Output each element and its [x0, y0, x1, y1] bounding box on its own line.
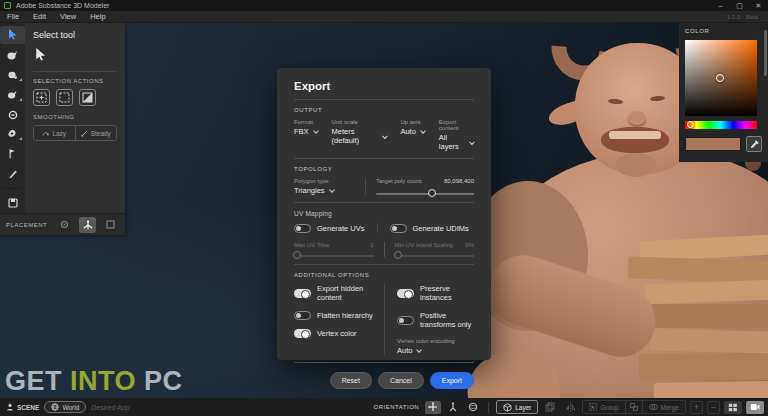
- steady-icon: [81, 130, 88, 137]
- color-panel: COLOR: [679, 23, 768, 162]
- merge-button[interactable]: Merge: [643, 402, 685, 413]
- mirror-button[interactable]: [562, 401, 578, 414]
- bounds-placement-button[interactable]: [103, 217, 119, 233]
- smudge-tool[interactable]: [0, 66, 25, 84]
- eyedropper-icon: [750, 140, 759, 149]
- reset-button[interactable]: Reset: [330, 372, 372, 389]
- up-axis-dropdown[interactable]: Up axis Auto: [400, 119, 424, 151]
- add-selection-button[interactable]: [33, 89, 50, 106]
- flatten-hierarchy-toggle[interactable]: [294, 311, 311, 320]
- divider: [294, 264, 474, 265]
- orientation-world-button[interactable]: [465, 401, 481, 414]
- divider: [294, 202, 474, 203]
- menu-bar: File Edit View Help 1.1.1 - Beta: [0, 11, 768, 23]
- cursor-icon: [8, 29, 18, 40]
- mark-tool[interactable]: [0, 145, 25, 163]
- close-icon[interactable]: ✕: [749, 2, 768, 10]
- pen-tool[interactable]: [0, 165, 25, 183]
- generate-udims-label: Generate UDIMs: [413, 224, 469, 233]
- menu-view[interactable]: View: [53, 11, 83, 22]
- merge-label: Merge: [661, 404, 679, 411]
- export-hidden-content-toggle[interactable]: [294, 289, 311, 298]
- vertex-color-toggle[interactable]: [294, 329, 311, 338]
- mirror-icon: [565, 402, 576, 412]
- camera-icon: [750, 403, 760, 411]
- positive-transforms-toggle[interactable]: [397, 316, 414, 325]
- smudge-icon: [7, 70, 18, 80]
- export-content-dropdown[interactable]: Export content All layers: [439, 119, 474, 151]
- min-uv-island-slider[interactable]: [395, 255, 475, 257]
- select-tool[interactable]: [0, 26, 25, 44]
- save-tool[interactable]: [0, 194, 25, 212]
- hue-cursor[interactable]: [687, 121, 694, 128]
- export-button[interactable]: Export: [430, 372, 474, 389]
- ungroup-button[interactable]: [625, 401, 643, 413]
- menu-help[interactable]: Help: [83, 11, 112, 22]
- color-picker-cursor[interactable]: [716, 74, 724, 82]
- max-uv-tiles-slider[interactable]: [294, 255, 374, 257]
- generate-uvs-label: Generate UVs: [317, 224, 365, 233]
- generate-udims-toggle[interactable]: [390, 224, 407, 233]
- zoom-out-button[interactable]: −: [707, 401, 720, 414]
- layer-button[interactable]: Layer: [496, 400, 538, 414]
- divider: [33, 71, 117, 72]
- orientation-gizmo-button[interactable]: [425, 401, 441, 414]
- add-selection-icon: [36, 92, 47, 103]
- grid-view-button[interactable]: [724, 401, 742, 414]
- move-gizmo-icon: [428, 402, 438, 412]
- slider-knob[interactable]: [428, 189, 436, 197]
- book: [654, 381, 768, 398]
- lazy-button[interactable]: Lazy: [34, 126, 75, 140]
- clay-tool[interactable]: [0, 46, 25, 64]
- target-poly-slider[interactable]: [376, 193, 474, 195]
- up-axis-label: Up axis: [400, 119, 424, 125]
- zoom-in-button[interactable]: +: [690, 401, 703, 414]
- version-label: 1.1.1 - Beta: [727, 14, 758, 20]
- tool-panel: Select tool SELECTION ACTIONS SMOOTHING: [0, 23, 125, 235]
- unit-scale-dropdown[interactable]: Unit scale Meters (default): [332, 119, 387, 151]
- steady-label: Steady: [91, 130, 111, 137]
- preserve-instances-toggle[interactable]: [397, 289, 414, 298]
- group-merge-toolbar: Group Merge: [582, 400, 686, 414]
- orientation-axis-button[interactable]: [445, 401, 461, 414]
- layer-label: Layer: [515, 404, 531, 411]
- menu-edit[interactable]: Edit: [26, 11, 53, 22]
- slider-knob[interactable]: [394, 251, 402, 259]
- scene-button[interactable]: SCENE: [6, 403, 39, 411]
- scrollbar[interactable]: [764, 30, 767, 76]
- buildup-icon: [7, 90, 18, 100]
- menu-file[interactable]: File: [0, 11, 26, 22]
- maximize-icon[interactable]: ▢: [730, 2, 749, 10]
- vertex-encoding-label: Vertex color encoding: [397, 338, 474, 344]
- polygon-type-label: Polygon type: [294, 178, 357, 184]
- paint-tool[interactable]: [0, 126, 25, 144]
- buildup-tool[interactable]: [0, 86, 25, 104]
- book: [639, 354, 768, 380]
- saturation-value-picker[interactable]: [685, 40, 757, 116]
- world-button[interactable]: World: [44, 401, 86, 413]
- invert-selection-button[interactable]: [79, 89, 96, 106]
- invert-selection-icon: [82, 92, 93, 103]
- erase-tool[interactable]: [0, 106, 25, 124]
- generate-uvs-toggle[interactable]: [294, 224, 311, 233]
- gizmo-placement-button[interactable]: [79, 217, 95, 233]
- format-dropdown[interactable]: Format FBX: [294, 119, 318, 151]
- eyedropper-button[interactable]: [746, 136, 762, 152]
- snap-placement-button[interactable]: [56, 217, 72, 233]
- steady-button[interactable]: Steady: [75, 126, 117, 140]
- vertex-encoding-dropdown[interactable]: Vertex color encoding Auto: [397, 338, 474, 355]
- world-axis-icon: [468, 402, 478, 412]
- hue-slider[interactable]: [685, 121, 757, 129]
- polygon-type-dropdown[interactable]: Polygon type Triangles: [294, 178, 366, 195]
- export-dialog: Export OUTPUT Format FBX Unit scale Mete…: [277, 68, 491, 360]
- slider-knob[interactable]: [293, 251, 301, 259]
- group-button[interactable]: Group: [583, 402, 624, 413]
- minimize-icon[interactable]: –: [711, 2, 730, 10]
- camera-toggle-button[interactable]: [746, 401, 764, 414]
- book: [628, 256, 768, 283]
- marquee-selection-button[interactable]: [56, 89, 73, 106]
- cancel-button[interactable]: Cancel: [378, 372, 424, 389]
- select-tool-preview-icon: [35, 47, 117, 65]
- positive-transforms-label: Positive transforms only: [420, 311, 474, 329]
- duplicate-button[interactable]: [542, 401, 558, 414]
